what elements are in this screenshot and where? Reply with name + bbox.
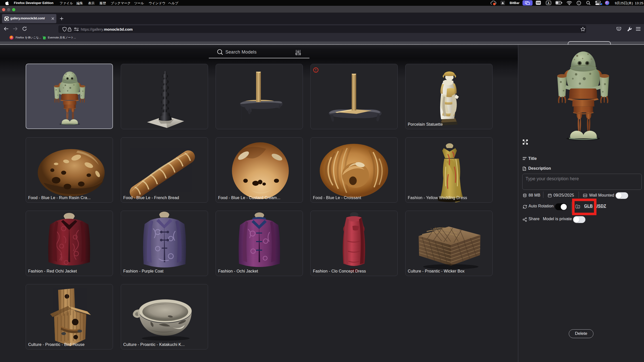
svg-text:A: A	[548, 2, 550, 5]
